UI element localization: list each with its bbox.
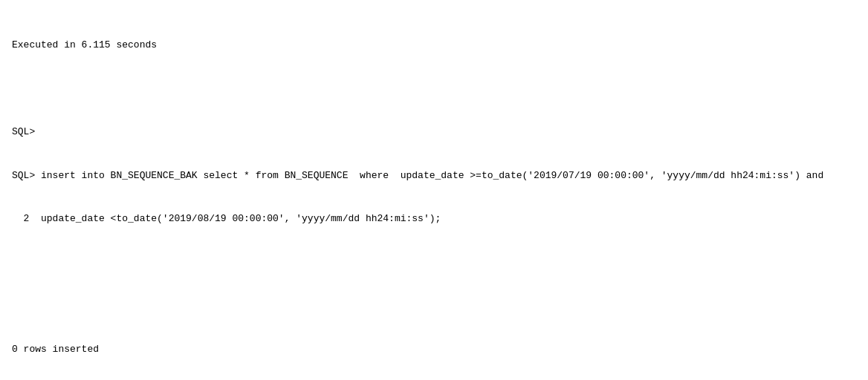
empty-line-7 [12,298,856,313]
empty-line-6 [12,255,856,270]
line-8: 0 rows inserted [12,342,856,357]
line-1: Executed in 6.115 seconds [12,38,856,53]
line-5: 2 update_date <to_date('2019/08/19 00:00… [12,212,856,226]
empty-line-2 [12,82,856,96]
line-4: SQL> insert into BN_SEQUENCE_BAK select … [12,168,856,183]
line-3: SQL> [12,125,856,140]
terminal-output: Executed in 6.115 seconds SQL> SQL> inse… [12,9,856,380]
